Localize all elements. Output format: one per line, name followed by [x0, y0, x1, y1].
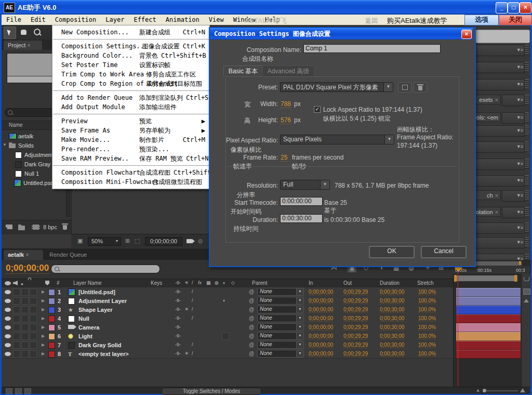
toggle-switches-modes-button[interactable]: Toggle Switches / Modes — [162, 388, 261, 395]
expand-transfer-icon[interactable] — [15, 388, 22, 394]
timeline-search-input[interactable] — [51, 265, 160, 273]
menu-edit[interactable]: Edit — [26, 15, 50, 23]
index-column-icon[interactable]: # — [57, 280, 60, 286]
panel-grip[interactable] — [525, 79, 529, 89]
panel-grip[interactable] — [525, 237, 529, 247]
parent-column[interactable]: Parent — [252, 280, 267, 286]
save-preset-icon[interactable] — [398, 82, 411, 93]
right-panel-field[interactable] — [475, 30, 530, 43]
tab-close-icon[interactable]: × — [25, 252, 29, 258]
table-row[interactable]: ▶ 1 [Untitled.psd] -9- / @ None▼ 0;00;00… — [2, 287, 453, 297]
layer-name-column[interactable]: Layer Name — [73, 280, 101, 286]
quality-switch[interactable]: / — [192, 315, 193, 321]
shy-switch[interactable]: -9- — [175, 298, 181, 303]
label-color[interactable] — [48, 298, 55, 305]
expand-layers-icon[interactable] — [6, 388, 12, 394]
bpc-label[interactable]: 8 bpc — [43, 224, 57, 230]
label-color[interactable] — [48, 315, 55, 322]
eye-icon[interactable] — [5, 308, 11, 312]
shy-switch[interactable]: -9- — [175, 342, 181, 347]
layer-bar[interactable] — [456, 297, 521, 306]
work-area-start-handle[interactable] — [454, 275, 457, 282]
scroll-up-icon[interactable] — [524, 299, 529, 302]
menu-item[interactable]: Add Output Module添加输出组件 — [52, 102, 209, 112]
parent-pickwhip-icon[interactable]: @ — [249, 315, 254, 321]
parent-select[interactable]: None▼ — [257, 314, 304, 322]
expand-inout-icon[interactable] — [24, 388, 31, 394]
parent-pickwhip-icon[interactable]: @ — [249, 307, 254, 312]
work-area-bar[interactable] — [454, 275, 518, 282]
quality-switch[interactable]: / — [192, 289, 193, 294]
menu-item[interactable]: Preview预览▶ — [52, 116, 209, 126]
panel-header[interactable]: ▼≡ — [502, 95, 525, 106]
zoom-select[interactable]: 50% ▼ — [88, 237, 121, 246]
cancel-button[interactable]: Cancel — [421, 246, 467, 258]
parent-select[interactable]: None▼ — [257, 323, 304, 331]
adjustment-switch[interactable]: ◐ — [223, 298, 225, 303]
shy-switch[interactable]: -9- — [175, 315, 181, 321]
menu-animation[interactable]: Animation — [161, 15, 204, 23]
out-column[interactable]: Out — [343, 280, 352, 286]
label-color[interactable] — [48, 289, 55, 296]
layer-bar[interactable] — [456, 341, 521, 350]
quality-switch[interactable]: / — [192, 307, 193, 312]
layer-bar[interactable] — [456, 288, 521, 297]
dialog-close-button[interactable]: × — [461, 30, 472, 39]
in-column[interactable]: In — [309, 280, 313, 286]
back-link[interactable]: 返回 — [365, 17, 378, 25]
marker-bin-icon[interactable] — [524, 277, 529, 281]
parent-pickwhip-icon[interactable]: @ — [249, 289, 254, 295]
layer-name[interactable]: Null — [78, 315, 89, 322]
label-color[interactable] — [48, 342, 55, 349]
selection-tool-icon[interactable] — [4, 27, 16, 39]
time-ruler[interactable]: 0:00s 00:15s 00:3 — [453, 266, 530, 274]
parent-select[interactable]: None▼ — [257, 297, 304, 305]
shy-switch[interactable]: -9- — [175, 289, 181, 294]
hand-tool-icon[interactable] — [18, 27, 30, 38]
table-row[interactable]: ▶ 3 ★ Shape Layer -9- ☀ / @ None▼ 0;00;0… — [2, 305, 453, 314]
tab-close-icon[interactable]: × — [495, 209, 498, 215]
viewer-timecode[interactable]: 0;00;00;00 — [145, 237, 182, 246]
shy-switch[interactable]: -9- — [175, 307, 181, 312]
frame-blend-column-icon[interactable]: ▦ — [206, 280, 211, 285]
panel-grip[interactable] — [525, 141, 529, 152]
menu-item[interactable]: New Composition...新建合成组Ctrl+N — [52, 28, 209, 37]
table-row[interactable]: ▶ 2 Adjustment Layer -9- / ◐ @ None▼ 0;0… — [2, 296, 453, 306]
layer-name[interactable]: Adjustment Layer — [78, 298, 127, 304]
dialog-titlebar[interactable]: Composition Settings 图像合成设置 — [210, 28, 473, 40]
frame-rate-value[interactable]: 25 — [281, 154, 287, 162]
eye-icon[interactable] — [5, 334, 11, 338]
menu-item[interactable]: Set Poster Time设置标识帧 — [52, 60, 209, 70]
label-color[interactable] — [48, 307, 55, 313]
panel-grip[interactable] — [525, 190, 529, 201]
table-row[interactable]: ▶ 5 Camera -9- @ None▼ 0;00;00;000;00;29… — [2, 323, 453, 332]
maximize-button[interactable]: □ — [508, 2, 520, 14]
quality-switch[interactable]: / — [192, 351, 193, 356]
table-row[interactable]: ▶ 8 T <empty text layer> -9- ☀ / @ None▼… — [2, 349, 453, 359]
close-button[interactable]: × — [520, 2, 531, 14]
label-color[interactable] — [48, 324, 55, 331]
menu-view[interactable]: View — [204, 15, 229, 23]
duration-input[interactable] — [280, 214, 323, 223]
layer-name[interactable]: [Untitled.psd] — [78, 289, 115, 295]
layer-bar[interactable] — [456, 306, 521, 314]
quality-column-icon[interactable]: / — [192, 280, 193, 285]
shy-column-icon[interactable]: -9- — [175, 280, 181, 285]
shy-switch[interactable]: -9- — [175, 351, 181, 356]
par-select[interactable]: Square Pixels▼ — [280, 135, 394, 144]
menu-item[interactable]: Composition Flowchart合成流程图Ctrl+Shift+F11 — [52, 168, 209, 177]
menu-item[interactable]: Save Frame As另存单帧为▶ — [52, 126, 209, 135]
menu-item[interactable]: Crop Comp to Region of Interest裁剪合成到目标范围 — [52, 79, 209, 88]
layer-name[interactable]: Dark Gray Solid — [78, 342, 122, 348]
tab-basic[interactable]: Basic 基本 — [223, 65, 263, 77]
menu-item[interactable]: Composition Mini-Flowchart合成组微型流程图 — [52, 177, 209, 187]
panel-grip[interactable] — [525, 125, 529, 136]
menu-file[interactable]: File — [2, 15, 26, 23]
layer-bar[interactable] — [456, 350, 521, 359]
parent-pickwhip-icon[interactable]: @ — [249, 333, 254, 339]
parent-select[interactable]: None▼ — [257, 332, 304, 340]
panel-grip[interactable] — [525, 45, 529, 55]
adjustment-column-icon[interactable]: ◐ — [223, 280, 225, 285]
color-depth-icon[interactable] — [32, 225, 40, 230]
effects-switch[interactable]: ☀ — [184, 307, 189, 312]
